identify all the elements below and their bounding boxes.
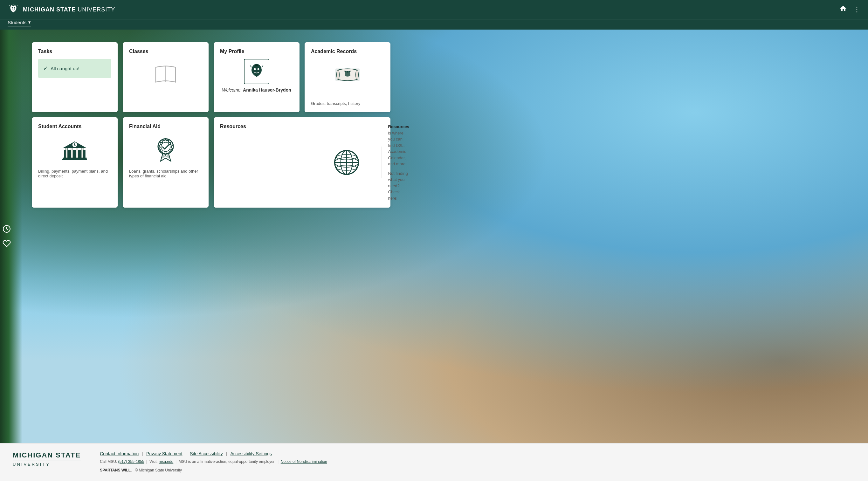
resources-card-header: Resources: [220, 124, 318, 201]
sub-header: Students ▾: [0, 19, 868, 30]
svg-point-2: [14, 7, 15, 8]
award-icon: [153, 135, 178, 164]
bank-icon-area: $: [38, 134, 111, 166]
svg-rect-17: [66, 148, 68, 158]
footer-logo: MICHIGAN STATE UNIVERSITY: [13, 451, 81, 467]
svg-rect-18: [71, 148, 73, 158]
footer-contact-line: Call MSU: (517) 355-1855 | Visit: msu.ed…: [100, 459, 855, 465]
tasks-title: Tasks: [38, 49, 111, 54]
diploma-icon-area: [311, 59, 384, 91]
svg-point-1: [12, 7, 13, 8]
resources-card[interactable]: Resources: [214, 117, 391, 207]
website-link[interactable]: msu.edu: [159, 459, 173, 464]
academic-divider: [311, 96, 384, 96]
caught-up-badge: ✓ All caught up!: [38, 59, 111, 78]
svg-text:$: $: [74, 143, 76, 147]
footer: MICHIGAN STATE UNIVERSITY Contact Inform…: [0, 443, 868, 481]
welcome-text: Welcome, Annika Hauser-Brydon: [222, 88, 291, 93]
header-right: ⋮: [839, 5, 860, 14]
phone-link[interactable]: (517) 355-1855: [118, 459, 144, 464]
resources-description-2: Not finding what you need? Check here!: [388, 170, 409, 201]
caught-up-text: All caught up!: [51, 66, 80, 71]
footer-logo-sub: UNIVERSITY: [13, 462, 81, 467]
spartan-logo-icon: [8, 4, 19, 15]
svg-point-6: [257, 68, 259, 70]
resources-text-area: Resources is where you can find D2L, Aca…: [382, 124, 409, 201]
svg-point-9: [337, 70, 340, 79]
hero-section: Tasks ✓ All caught up! Classes My Profi: [0, 30, 868, 443]
resources-globe-area: [318, 147, 382, 178]
footer-logo-name: MICHIGAN STATE: [13, 451, 81, 461]
home-icon[interactable]: [839, 5, 847, 14]
svg-point-11: [347, 71, 348, 73]
globe-icon: [331, 147, 363, 178]
profile-inner: Welcome, Annika Hauser-Brydon: [220, 59, 293, 93]
footer-bottom-line: SPARTANS WILL. © Michigan State Universi…: [100, 467, 855, 473]
accessibility-settings-link[interactable]: Accessibility Settings: [230, 451, 272, 456]
classes-card[interactable]: Classes: [123, 42, 209, 112]
academic-records-card[interactable]: Academic Records: [305, 42, 391, 112]
spartan-badge: [244, 59, 269, 84]
svg-rect-23: [62, 159, 87, 161]
resources-content: Resources is where you can find D2L, Aca…: [318, 124, 384, 201]
heart-icon[interactable]: [3, 239, 11, 248]
footer-link-row-main: Contact Information | Privacy Statement …: [100, 451, 855, 456]
svg-rect-20: [82, 148, 83, 158]
academic-inner: Grades, transcripts, history: [311, 59, 384, 106]
bank-icon: $: [60, 135, 89, 164]
academic-description: Grades, transcripts, history: [311, 101, 384, 106]
resources-description-1: Resources is where you can find D2L, Aca…: [388, 124, 409, 167]
academic-title: Academic Records: [311, 49, 384, 54]
student-accounts-card[interactable]: Student Accounts: [32, 117, 118, 207]
nondiscrimination-link[interactable]: Notice of Nondiscrimination: [281, 459, 327, 464]
spartan-helmet-icon: [248, 63, 266, 81]
financial-title: Financial Aid: [129, 124, 202, 129]
students-nav-item[interactable]: Students ▾: [8, 20, 31, 26]
footer-links: Contact Information | Privacy Statement …: [100, 451, 855, 473]
svg-rect-19: [76, 148, 78, 158]
financial-aid-card[interactable]: Financial Aid Loans, grants, scholarship…: [123, 117, 209, 207]
classes-icon-area: [129, 59, 202, 91]
diploma-icon: [333, 64, 362, 86]
university-name: MICHIGAN STATE UNIVERSITY: [23, 6, 115, 13]
svg-point-5: [254, 68, 256, 70]
accounts-title: Student Accounts: [38, 124, 111, 129]
profile-card[interactable]: My Profile Welcome, Annika Hau: [214, 42, 300, 112]
accounts-description: Billing, payments, payment plans, and di…: [38, 169, 111, 178]
privacy-statement-link[interactable]: Privacy Statement: [146, 451, 183, 456]
profile-title: My Profile: [220, 49, 293, 54]
svg-point-10: [356, 70, 359, 79]
chevron-down-icon: ▾: [28, 20, 31, 25]
header-left: MICHIGAN STATE UNIVERSITY: [8, 4, 115, 15]
dashboard-grid: Tasks ✓ All caught up! Classes My Profi: [32, 42, 391, 207]
financial-description: Loans, grants, scholarships and other ty…: [129, 169, 202, 178]
sidebar-icons: [0, 222, 13, 251]
financial-icon-area: [129, 134, 202, 166]
checkmark-icon: ✓: [43, 65, 48, 72]
resources-title: Resources: [220, 124, 318, 129]
header: MICHIGAN STATE UNIVERSITY ⋮: [0, 0, 868, 19]
book-icon: [153, 64, 178, 86]
classes-title: Classes: [129, 49, 202, 54]
clock-icon[interactable]: [3, 225, 11, 233]
site-accessibility-link[interactable]: Site Accessibility: [190, 451, 223, 456]
menu-dots-icon[interactable]: ⋮: [854, 5, 860, 14]
contact-info-link[interactable]: Contact Information: [100, 451, 138, 456]
tasks-card[interactable]: Tasks ✓ All caught up!: [32, 42, 118, 112]
